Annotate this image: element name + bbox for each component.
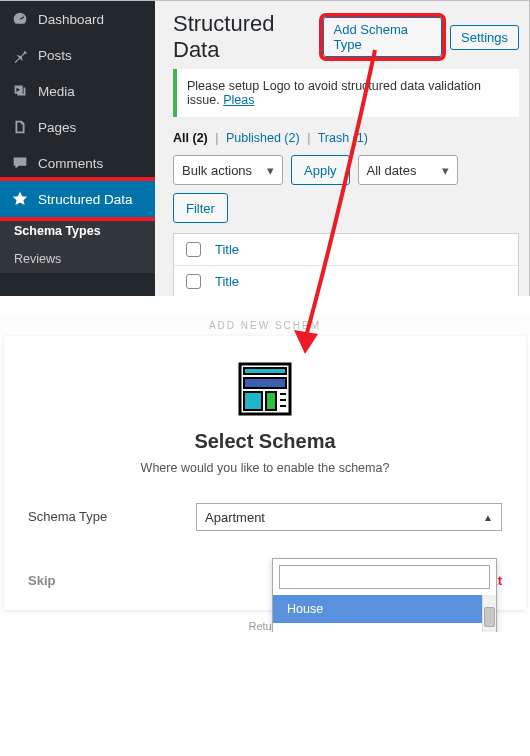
add-schema-type-button[interactable]: Add Schema Type xyxy=(323,17,442,57)
dropdown-item-house[interactable]: House xyxy=(273,595,496,623)
svg-rect-4 xyxy=(266,392,276,410)
submenu-item-schema-types[interactable]: Schema Types xyxy=(0,217,155,245)
sidebar-item-label: Posts xyxy=(38,48,72,63)
select-all-checkbox[interactable] xyxy=(186,274,201,289)
step-crumb: ADD NEW SCHEM xyxy=(0,314,530,336)
comment-icon xyxy=(10,153,30,173)
chevron-down-icon: ▾ xyxy=(267,163,274,178)
svg-rect-1 xyxy=(244,368,286,374)
notice-link[interactable]: Pleas xyxy=(223,93,254,107)
sidebar-item-label: Pages xyxy=(38,120,76,135)
sidebar-item-posts[interactable]: Posts xyxy=(0,37,155,73)
gauge-icon xyxy=(10,9,30,29)
skip-button[interactable]: Skip xyxy=(28,573,55,588)
sidebar-item-label: Comments xyxy=(38,156,103,171)
schema-type-select[interactable]: Apartment ▲ xyxy=(196,503,502,531)
schema-type-value: Apartment xyxy=(205,510,265,525)
sidebar-submenu: Schema Types Reviews xyxy=(0,217,155,273)
sidebar-item-comments[interactable]: Comments xyxy=(0,145,155,181)
bulk-actions-select[interactable]: Bulk actions ▾ xyxy=(173,155,283,185)
dropdown-scrollbar[interactable] xyxy=(482,595,496,632)
schema-type-row: Schema Type Apartment ▲ xyxy=(28,503,502,531)
admin-content: Structured Data Add Schema Type Settings… xyxy=(155,1,529,296)
schema-layout-icon xyxy=(238,362,292,416)
schema-type-label: Schema Type xyxy=(28,503,178,524)
sidebar-item-media[interactable]: Media xyxy=(0,73,155,109)
column-title[interactable]: Title xyxy=(215,274,239,289)
sidebar-item-label: Structured Data xyxy=(38,192,133,207)
pushpin-icon xyxy=(10,45,30,65)
svg-rect-3 xyxy=(244,392,262,410)
sidebar-item-dashboard[interactable]: Dashboard xyxy=(0,1,155,37)
date-filter-label: All dates xyxy=(367,163,417,178)
scrollbar-thumb[interactable] xyxy=(484,607,495,627)
bulk-actions-label: Bulk actions xyxy=(182,163,252,178)
status-filter: All (2) | Published (2) | Trash (1) xyxy=(173,131,519,145)
sidebar-item-structured-data[interactable]: Structured Data xyxy=(0,181,155,217)
schema-list-table: Title Title xyxy=(173,233,519,296)
filter-published[interactable]: Published (2) xyxy=(226,131,300,145)
table-footer-row: Title xyxy=(174,266,518,296)
admin-sidebar: Dashboard Posts Media Pages Comments xyxy=(0,1,155,296)
dropdown-search-wrap xyxy=(273,559,496,595)
dropdown-list: House HotelRoom SingleFamilyResidence Cr… xyxy=(273,595,496,632)
schema-subheading: Where would you like to enable the schem… xyxy=(28,461,502,475)
media-icon xyxy=(10,81,30,101)
svg-rect-2 xyxy=(244,378,286,388)
chevron-down-icon: ▾ xyxy=(442,163,449,178)
schema-heading: Select Schema xyxy=(28,430,502,453)
select-all-checkbox[interactable] xyxy=(186,242,201,257)
schema-type-dropdown: House HotelRoom SingleFamilyResidence Cr… xyxy=(272,558,497,632)
page-title: Structured Data xyxy=(173,11,315,63)
column-title[interactable]: Title xyxy=(215,242,239,257)
validation-notice: Please setup Logo to avoid structured da… xyxy=(173,69,519,117)
date-filter-select[interactable]: All dates ▾ xyxy=(358,155,458,185)
apply-button[interactable]: Apply xyxy=(291,155,350,185)
filter-button[interactable]: Filter xyxy=(173,193,228,223)
table-header-row: Title xyxy=(174,234,518,266)
submenu-item-reviews[interactable]: Reviews xyxy=(0,245,155,273)
wp-admin-panel: Dashboard Posts Media Pages Comments xyxy=(0,0,530,296)
dropdown-search-input[interactable] xyxy=(279,565,490,589)
star-icon xyxy=(10,189,30,209)
pages-icon xyxy=(10,117,30,137)
top-toolbar: Bulk actions ▾ Apply All dates ▾ Filter xyxy=(173,155,519,223)
filter-trash[interactable]: Trash (1) xyxy=(318,131,368,145)
sidebar-item-label: Dashboard xyxy=(38,12,104,27)
dropdown-item-hotelroom[interactable]: HotelRoom xyxy=(273,623,496,632)
sidebar-item-label: Media xyxy=(38,84,75,99)
triangle-up-icon: ▲ xyxy=(483,512,493,523)
settings-button[interactable]: Settings xyxy=(450,25,519,50)
page-header: Structured Data Add Schema Type Settings xyxy=(173,11,519,63)
sidebar-item-pages[interactable]: Pages xyxy=(0,109,155,145)
filter-all[interactable]: All (2) xyxy=(173,131,208,145)
